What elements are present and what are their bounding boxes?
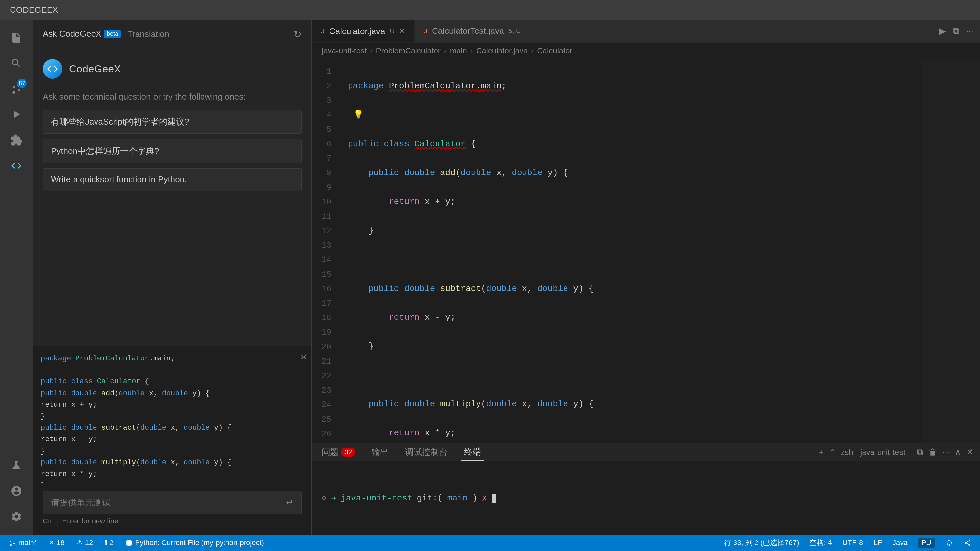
tab-actions: ▶ ⧉ ··· xyxy=(932,20,980,42)
search-icon[interactable] xyxy=(5,52,28,75)
suggestion-button-3[interactable]: Write a quicksort function in Python. xyxy=(43,168,302,191)
tab-calculatortest-java-label: CalculatorTest.java xyxy=(432,26,504,36)
refresh-button[interactable]: ↻ xyxy=(293,29,302,40)
input-hint: Ctrl + Enter for new line xyxy=(43,514,302,528)
add-terminal-button[interactable]: + xyxy=(819,447,824,457)
test-icon[interactable] xyxy=(5,454,28,477)
terminal-name-label: ⌃ xyxy=(829,448,835,457)
code-preview-close[interactable]: ✕ xyxy=(301,350,306,365)
panel-tab-problems[interactable]: 问题 32 xyxy=(318,443,358,461)
codegeeex-logo xyxy=(43,59,62,79)
problems-badge: 32 xyxy=(341,448,355,457)
status-line-ending[interactable]: LF xyxy=(871,538,884,548)
activity-bar: 87 xyxy=(0,20,33,535)
breadcrumb-package[interactable]: ProblemCalculator xyxy=(376,46,441,56)
suggestion-button-2[interactable]: Python中怎样遍历一个字典? xyxy=(43,139,302,163)
tab-calculatortest-java[interactable]: J CalculatorTest.java 5, U xyxy=(415,20,530,42)
panel-tab-terminal[interactable]: 终端 xyxy=(461,443,484,461)
status-pu-badge[interactable]: PU xyxy=(916,538,937,548)
terminal-maximize-icon[interactable]: ∧ xyxy=(955,447,961,457)
tab-calculator-java[interactable]: J Calculator.java U ✕ xyxy=(312,20,415,42)
terminal-name-display: zsh - java-unit-test xyxy=(841,448,905,457)
terminal-close-icon[interactable]: ✕ xyxy=(966,447,974,457)
breadcrumb-root[interactable]: java-unit-test xyxy=(321,46,367,56)
terminal-split-icon[interactable]: ⧉ xyxy=(917,447,923,457)
problems-label: 问题 xyxy=(321,446,339,458)
input-area: ↵ Ctrl + Enter for new line xyxy=(33,484,312,535)
tab-translation[interactable]: Translation xyxy=(127,27,169,42)
warning-count: 12 xyxy=(85,538,93,547)
panel-tabs: 问题 32 输出 调试控制台 终端 + ⌃ zsh - xyxy=(312,443,980,462)
ask-codegeeex-label: Ask CodeGeeX xyxy=(43,29,102,39)
status-branch[interactable]: main* xyxy=(6,538,39,547)
java-file-icon: J xyxy=(321,27,325,35)
tab-ask-codegeeex[interactable]: Ask CodeGeeX beta xyxy=(43,26,121,42)
svg-point-0 xyxy=(126,540,132,546)
status-spaces[interactable]: 空格: 4 xyxy=(807,538,834,548)
more-actions-icon[interactable]: ··· xyxy=(966,26,974,37)
sidebar-panel: Ask CodeGeeX beta Translation ↻ CodeGeeX… xyxy=(33,20,312,535)
account-icon[interactable] xyxy=(5,480,28,502)
code-line-1: package ProblemCalculator.main; xyxy=(348,79,911,93)
status-python-env[interactable]: Python: Current File (my-python-project) xyxy=(123,538,266,547)
encoding-label: UTF-8 xyxy=(843,538,863,547)
settings-icon[interactable] xyxy=(5,505,28,528)
breadcrumb-file[interactable]: Calculator.java xyxy=(476,46,528,56)
split-editor-icon[interactable]: ⧉ xyxy=(953,25,959,37)
suggestion-text: Ask some technical question or try the f… xyxy=(43,92,302,102)
breadcrumb-main[interactable]: main xyxy=(450,46,467,56)
code-content[interactable]: package ProblemCalculator.main; 💡 public… xyxy=(338,59,921,443)
code-preview: ✕ package ProblemCalculator.main; public… xyxy=(33,346,312,484)
python-env-label: Python: Current File (my-python-project) xyxy=(135,538,264,547)
breadcrumb-class[interactable]: Calculator xyxy=(537,46,573,56)
share-icon xyxy=(964,539,972,547)
codegeeex-sidebar-icon[interactable] xyxy=(5,154,28,177)
status-sync-icon[interactable] xyxy=(943,538,955,548)
code-editor[interactable]: 12345 678910 1112131415 1617181920 21222… xyxy=(312,59,980,443)
status-info[interactable]: ℹ 2 xyxy=(103,538,115,547)
terminal-more-icon[interactable]: ··· xyxy=(942,447,950,457)
terminal-label: 终端 xyxy=(464,446,481,457)
terminal-circle-icon: ○ xyxy=(321,494,326,502)
editor-tab-bar: J Calculator.java U ✕ J CalculatorTest.j… xyxy=(312,20,980,43)
status-share-icon[interactable] xyxy=(962,538,974,548)
status-encoding[interactable]: UTF-8 xyxy=(840,538,865,548)
spaces-label: 空格: 4 xyxy=(809,538,832,548)
breadcrumb: java-unit-test › ProblemCalculator › mai… xyxy=(312,43,980,59)
source-control-badge: 87 xyxy=(18,79,27,88)
panel: 问题 32 输出 调试控制台 终端 + ⌃ zsh - xyxy=(312,443,980,535)
error-icon: ✕ xyxy=(49,538,54,547)
terminal-delete-icon[interactable]: 🗑 xyxy=(929,447,937,457)
panel-tab-debug-console[interactable]: 调试控制台 xyxy=(402,443,451,461)
sync-icon xyxy=(945,539,953,547)
panel-tab-output[interactable]: 输出 xyxy=(368,443,392,461)
code-line-2: 💡 xyxy=(348,108,911,122)
status-language[interactable]: Java xyxy=(890,538,910,548)
info-count: 2 xyxy=(109,538,113,547)
code-line-3: public class Calculator { xyxy=(348,137,911,151)
files-icon[interactable] xyxy=(5,26,28,49)
output-label: 输出 xyxy=(372,446,388,458)
debug-console-label: 调试控制台 xyxy=(405,446,448,458)
branch-name: main* xyxy=(18,538,37,547)
status-cursor-position[interactable]: 行 33, 列 2 (已选择767) xyxy=(722,538,801,548)
status-warnings[interactable]: ⚠ 12 xyxy=(75,538,95,547)
input-enter-icon: ↵ xyxy=(286,497,293,508)
run-debug-icon[interactable] xyxy=(5,103,28,126)
run-icon[interactable]: ▶ xyxy=(939,25,946,37)
chat-input[interactable] xyxy=(51,497,281,508)
activity-bottom xyxy=(5,454,28,535)
info-icon: ℹ xyxy=(105,538,107,547)
code-line-7 xyxy=(348,252,911,267)
source-control-icon[interactable]: 87 xyxy=(5,78,28,100)
status-right: 行 33, 列 2 (已选择767) 空格: 4 UTF-8 LF Java P… xyxy=(722,538,974,548)
tab-calculator-close[interactable]: ✕ xyxy=(399,27,405,35)
extensions-icon[interactable] xyxy=(5,129,28,151)
terminal-content: ○ ➜ java-unit-test git:(main) ✗ xyxy=(312,462,980,535)
lightbulb-icon[interactable]: 💡 xyxy=(353,110,364,120)
suggestion-button-1[interactable]: 有哪些给JavaScript的初学者的建议? xyxy=(43,110,302,134)
status-errors[interactable]: ✕ 18 xyxy=(47,538,66,547)
pu-badge-label: PU xyxy=(918,538,935,548)
tab-calculator-badge: U xyxy=(390,27,395,35)
error-count: 18 xyxy=(56,538,64,547)
